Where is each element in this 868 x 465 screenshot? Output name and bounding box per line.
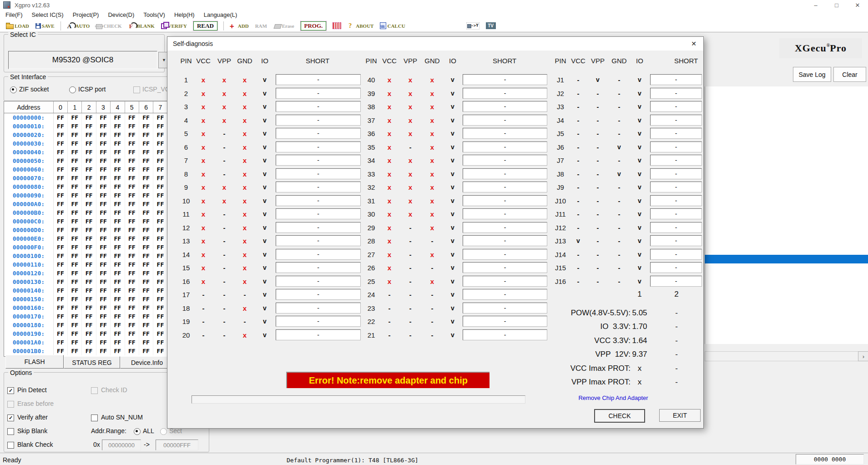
hex-cell[interactable]: FF (82, 347, 96, 355)
short-field[interactable]: - (463, 155, 547, 166)
hex-cell[interactable]: FF (68, 148, 82, 157)
hex-cell[interactable]: FF (54, 157, 68, 165)
hex-cell[interactable]: FF (82, 269, 96, 278)
hex-cell[interactable]: FF (153, 165, 167, 174)
hex-cell[interactable]: FF (54, 260, 68, 269)
hex-cell[interactable]: FF (111, 131, 125, 139)
scroll-right-button[interactable]: › (858, 351, 868, 361)
hex-cell[interactable]: FF (111, 243, 125, 252)
hex-cell[interactable]: FF (68, 234, 82, 243)
short-field[interactable]: - (276, 276, 361, 287)
hex-cell[interactable]: FF (96, 182, 111, 191)
hex-cell[interactable]: FF (68, 113, 82, 122)
short-field[interactable]: - (650, 155, 702, 166)
hex-cell[interactable]: FF (96, 157, 111, 165)
hex-cell[interactable]: FF (153, 243, 167, 252)
hex-cell[interactable]: FF (139, 122, 153, 131)
hex-cell[interactable]: FF (111, 113, 125, 122)
short-field[interactable]: - (276, 262, 361, 273)
hex-cell[interactable]: FF (54, 131, 68, 139)
hex-cell[interactable]: FF (139, 191, 153, 200)
hex-cell[interactable]: FF (82, 139, 96, 148)
hex-cell[interactable]: FF (54, 113, 68, 122)
hex-cell[interactable]: FF (82, 122, 96, 131)
toolbar-verify-button[interactable]: VERIFY (161, 21, 187, 31)
short-field[interactable]: - (463, 195, 547, 206)
short-field[interactable]: - (463, 142, 547, 152)
hex-cell[interactable]: FF (54, 347, 68, 355)
hex-cell[interactable]: FF (111, 338, 125, 347)
hex-cell[interactable]: FF (153, 191, 167, 200)
toolbar-pin-grid-button[interactable] (333, 21, 341, 31)
hex-cell[interactable]: FF (153, 252, 167, 260)
hex-cell[interactable]: FF (68, 278, 82, 286)
hex-cell[interactable]: FF (68, 321, 82, 329)
short-field[interactable]: - (463, 208, 547, 219)
hex-cell[interactable]: FF (153, 278, 167, 286)
hex-cell[interactable]: FF (54, 191, 68, 200)
short-field[interactable]: - (650, 276, 702, 287)
short-field[interactable]: - (276, 235, 361, 246)
hex-cell[interactable]: FF (153, 329, 167, 338)
hex-cell[interactable]: FF (54, 208, 68, 217)
hex-cell[interactable]: FF (54, 338, 68, 347)
hex-cell[interactable]: FF (54, 174, 68, 182)
hex-cell[interactable]: FF (82, 174, 96, 182)
hex-cell[interactable]: FF (96, 243, 111, 252)
hex-cell[interactable]: FF (111, 226, 125, 234)
short-field[interactable]: - (463, 249, 547, 260)
toolbar-save-button[interactable]: SAVE (35, 21, 55, 31)
menu-toolsv[interactable]: Tools(V) (139, 10, 170, 19)
short-field[interactable]: - (276, 303, 361, 313)
auto-sn-checkbox[interactable] (91, 414, 98, 421)
short-field[interactable]: - (276, 316, 361, 327)
hex-cell[interactable]: FF (139, 303, 153, 312)
hex-cell[interactable]: FF (111, 278, 125, 286)
verify-after-checkbox[interactable]: ✓ (7, 414, 14, 421)
hex-cell[interactable]: FF (96, 174, 111, 182)
hex-cell[interactable]: FF (68, 139, 82, 148)
zif-socket-radio[interactable] (10, 86, 17, 93)
hex-cell[interactable]: FF (68, 260, 82, 269)
menu-languagel[interactable]: Language(L) (199, 10, 242, 19)
hex-cell[interactable]: FF (68, 182, 82, 191)
short-field[interactable]: - (650, 142, 702, 152)
hex-cell[interactable]: FF (54, 269, 68, 278)
hex-cell[interactable]: FF (68, 217, 82, 226)
short-field[interactable]: - (650, 195, 702, 206)
hex-cell[interactable]: FF (139, 269, 153, 278)
menu-deviced[interactable]: Device(D) (103, 10, 139, 19)
hex-cell[interactable]: FF (139, 217, 153, 226)
hex-cell[interactable]: FF (153, 260, 167, 269)
hex-cell[interactable]: FF (111, 165, 125, 174)
hex-cell[interactable]: FF (54, 286, 68, 295)
hex-cell[interactable]: FF (139, 278, 153, 286)
hex-cell[interactable]: FF (139, 338, 153, 347)
toolbar-tv-button[interactable]: TV (486, 21, 496, 31)
hex-cell[interactable]: FF (125, 191, 139, 200)
short-field[interactable]: - (650, 128, 702, 139)
hex-cell[interactable]: FF (153, 338, 167, 347)
hex-cell[interactable]: FF (96, 312, 111, 321)
check-button[interactable]: CHECK (594, 409, 645, 423)
short-field[interactable]: - (650, 88, 702, 99)
menu-selectics[interactable]: Select IC(S) (27, 10, 68, 19)
hex-cell[interactable]: FF (125, 312, 139, 321)
dialog-close-icon[interactable]: ✕ (688, 39, 700, 49)
hex-cell[interactable]: FF (125, 113, 139, 122)
hex-cell[interactable]: FF (82, 226, 96, 234)
hex-cell[interactable]: FF (111, 208, 125, 217)
pin-detect-checkbox[interactable]: ✓ (7, 387, 14, 394)
hex-cell[interactable]: FF (111, 260, 125, 269)
hex-cell[interactable]: FF (82, 200, 96, 208)
hex-cell[interactable]: FF (125, 347, 139, 355)
hex-cell[interactable]: FF (68, 157, 82, 165)
short-field[interactable]: - (276, 128, 361, 139)
hex-cell[interactable]: FF (96, 217, 111, 226)
tab-status-reg[interactable]: STATUS REG (64, 356, 120, 369)
hex-cell[interactable]: FF (125, 174, 139, 182)
short-field[interactable]: - (463, 74, 547, 85)
hex-cell[interactable]: FF (54, 226, 68, 234)
hex-cell[interactable]: FF (96, 269, 111, 278)
hex-cell[interactable]: FF (139, 260, 153, 269)
